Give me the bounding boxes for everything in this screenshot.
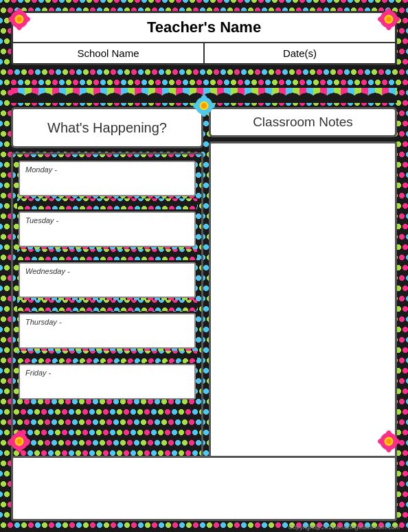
- svg-point-49: [201, 103, 207, 108]
- flower-top-left: [8, 8, 30, 30]
- svg-point-9: [16, 16, 22, 22]
- classroom-notes-label: Classroom Notes: [209, 107, 397, 137]
- flower-bottom-right: [378, 430, 400, 452]
- friday-box: Friday -: [19, 364, 196, 400]
- header-section: Teacher's Name School Name Date(s): [11, 11, 397, 65]
- svg-point-39: [386, 439, 392, 444]
- teacher-name: Teacher's Name: [13, 13, 395, 43]
- dates-label: Date(s): [205, 43, 395, 63]
- dot-separator-4: [17, 351, 197, 362]
- header-bottom-row: School Name Date(s): [13, 43, 395, 63]
- dot-separator-3: [17, 300, 197, 311]
- main-content: What's Happening? Monday - Tuesday - Wed…: [11, 107, 397, 494]
- dot-separator-2: [17, 249, 197, 260]
- tuesday-label: Tuesday -: [25, 216, 189, 224]
- page-wrapper: Teacher's Name School Name Date(s) What'…: [5, 5, 403, 527]
- flower-bottom-left: [8, 430, 30, 452]
- svg-point-19: [386, 16, 392, 22]
- flower-center-top: [193, 95, 215, 117]
- days-container: Monday - Tuesday - Wednesday - Thursday …: [11, 152, 203, 494]
- whats-happening-box: What's Happening?: [11, 107, 203, 148]
- right-column: Classroom Notes: [209, 107, 397, 494]
- copyright: Copyright@2011amazingclassroom.com: [288, 524, 400, 531]
- friday-label: Friday -: [25, 369, 189, 377]
- tuesday-box: Tuesday -: [19, 211, 196, 247]
- whats-happening-text: What's Happening?: [47, 120, 167, 136]
- svg-point-29: [16, 439, 22, 444]
- bottom-notes: [11, 456, 397, 521]
- monday-label: Monday -: [25, 165, 189, 174]
- left-column: What's Happening? Monday - Tuesday - Wed…: [11, 107, 203, 494]
- school-name: School Name: [13, 43, 205, 63]
- wednesday-label: Wednesday -: [25, 267, 189, 275]
- classroom-notes-area: [209, 141, 397, 494]
- thursday-label: Thursday -: [25, 318, 189, 326]
- wednesday-box: Wednesday -: [19, 262, 196, 298]
- flower-top-right: [378, 8, 400, 30]
- thursday-box: Thursday -: [19, 313, 196, 349]
- dot-separator-1: [17, 198, 197, 209]
- monday-box: Monday -: [19, 161, 196, 196]
